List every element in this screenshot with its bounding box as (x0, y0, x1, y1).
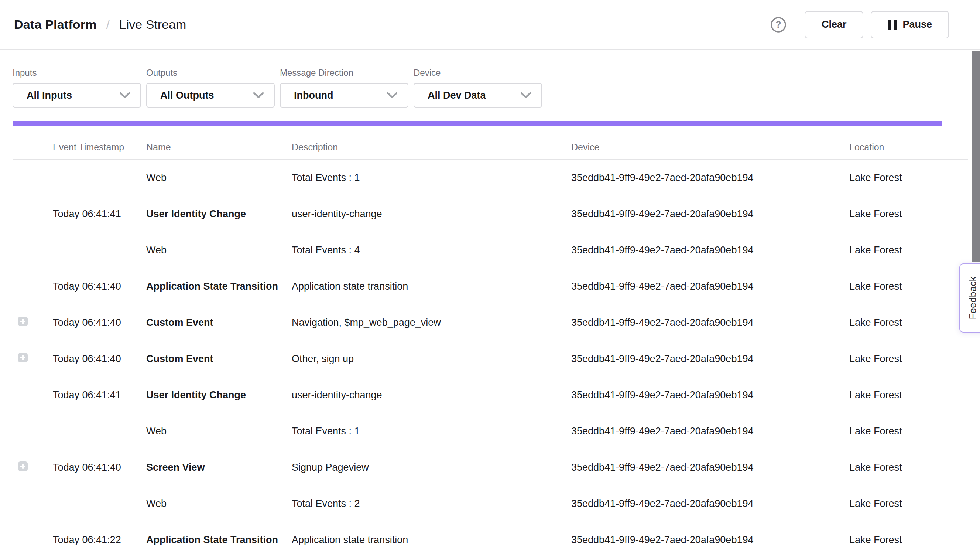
cell-location: Lake Forest (849, 208, 968, 220)
header-description: Description (292, 142, 571, 153)
feedback-tab[interactable]: Feedback (959, 263, 980, 332)
expand-plus-icon[interactable] (18, 461, 28, 471)
pause-button-label: Pause (902, 19, 932, 30)
table-row[interactable]: Today 06:41:40 Custom Event Other, sign … (13, 341, 968, 377)
cell-location: Lake Forest (849, 498, 968, 509)
table-row[interactable]: Today 06:41:40 Application State Transit… (13, 268, 968, 305)
table-row[interactable]: Web Total Events : 4 35eddb41-9ff9-49e2-… (13, 232, 968, 268)
cell-device: 35eddb41-9ff9-49e2-7aed-20afa90eb194 (571, 389, 849, 401)
cell-location: Lake Forest (849, 389, 968, 401)
filter-outputs-label: Outputs (146, 68, 275, 78)
scrollbar-thumb[interactable] (972, 51, 980, 262)
cell-name: Web (146, 426, 292, 437)
cell-location: Lake Forest (849, 353, 968, 365)
cell-name: Screen View (146, 462, 292, 473)
page-title: Live Stream (119, 18, 186, 32)
cell-timestamp: Today 06:41:22 (53, 534, 146, 546)
top-bar-actions: ? Clear Pause (770, 11, 949, 38)
cell-location: Lake Forest (849, 281, 968, 292)
inputs-dropdown-value: All Inputs (27, 90, 72, 101)
cell-description: Total Events : 1 (292, 172, 571, 184)
cell-device: 35eddb41-9ff9-49e2-7aed-20afa90eb194 (571, 172, 849, 184)
clear-button-label: Clear (822, 19, 847, 30)
chevron-down-icon (520, 92, 532, 99)
cell-description: user-identity-change (292, 389, 571, 401)
outputs-dropdown-value: All Outputs (160, 90, 214, 101)
chevron-down-icon (119, 92, 131, 99)
breadcrumb: Data Platform / Live Stream (14, 18, 186, 32)
cell-device: 35eddb41-9ff9-49e2-7aed-20afa90eb194 (571, 462, 849, 473)
cell-device: 35eddb41-9ff9-49e2-7aed-20afa90eb194 (571, 426, 849, 437)
cell-name: Custom Event (146, 353, 292, 365)
cell-name: Web (146, 498, 292, 509)
cell-location: Lake Forest (849, 317, 968, 329)
live-stream-page: Data Platform / Live Stream ? Clear Paus… (0, 0, 980, 549)
help-button[interactable]: ? (770, 16, 787, 33)
table-row[interactable]: Today 06:41:22 Application State Transit… (13, 522, 968, 549)
cell-description: user-identity-change (292, 208, 571, 220)
filter-message-direction-label: Message Direction (280, 68, 408, 78)
cell-device: 35eddb41-9ff9-49e2-7aed-20afa90eb194 (571, 534, 849, 546)
feedback-tab-label: Feedback (967, 276, 978, 319)
clear-button[interactable]: Clear (805, 11, 864, 38)
cell-timestamp: Today 06:41:40 (53, 462, 146, 473)
message-direction-dropdown-value: Inbound (294, 90, 333, 101)
filters-bar: Inputs All Inputs Outputs All Outputs Me… (0, 50, 980, 107)
expand-plus-icon[interactable] (18, 353, 28, 362)
cell-name: User Identity Change (146, 208, 292, 220)
filter-message-direction: Message Direction Inbound (280, 68, 408, 107)
cell-device: 35eddb41-9ff9-49e2-7aed-20afa90eb194 (571, 244, 849, 256)
cell-timestamp: Today 06:41:41 (53, 208, 146, 220)
cell-description: Other, sign up (292, 353, 571, 365)
table-row[interactable]: Web Total Events : 1 35eddb41-9ff9-49e2-… (13, 160, 968, 196)
cell-description: Navigation, $mp_web_page_view (292, 317, 571, 329)
cell-name: Application State Transition (146, 281, 292, 292)
filter-outputs: Outputs All Outputs (146, 68, 275, 107)
cell-timestamp: Today 06:41:41 (53, 389, 146, 401)
cell-name: Application State Transition (146, 534, 292, 546)
cell-description: Total Events : 1 (292, 426, 571, 437)
cell-name: Custom Event (146, 317, 292, 329)
filter-device: Device All Dev Data (414, 68, 542, 107)
cell-location: Lake Forest (849, 244, 968, 256)
cell-name: Web (146, 244, 292, 256)
message-direction-dropdown[interactable]: Inbound (280, 83, 408, 107)
table-row[interactable]: Web Total Events : 2 35eddb41-9ff9-49e2-… (13, 485, 968, 522)
cell-location: Lake Forest (849, 534, 968, 546)
cell-name: Web (146, 172, 292, 184)
cell-timestamp: Today 06:41:40 (53, 317, 146, 329)
outputs-dropdown[interactable]: All Outputs (146, 83, 275, 107)
cell-device: 35eddb41-9ff9-49e2-7aed-20afa90eb194 (571, 498, 849, 509)
stream-progress-track (13, 121, 980, 126)
cell-device: 35eddb41-9ff9-49e2-7aed-20afa90eb194 (571, 353, 849, 365)
table-row[interactable]: Today 06:41:40 Screen View Signup Pagevi… (13, 449, 968, 485)
filter-device-label: Device (414, 68, 542, 78)
cell-description: Total Events : 2 (292, 498, 571, 509)
table-row[interactable]: Today 06:41:41 User Identity Change user… (13, 196, 968, 232)
table-row[interactable]: Today 06:41:41 User Identity Change user… (13, 377, 968, 413)
header-location: Location (849, 142, 968, 153)
cell-description: Signup Pageview (292, 462, 571, 473)
cell-device: 35eddb41-9ff9-49e2-7aed-20afa90eb194 (571, 317, 849, 329)
cell-timestamp: Today 06:41:40 (53, 281, 146, 292)
svg-text:?: ? (775, 19, 781, 30)
pause-icon (888, 19, 897, 30)
device-dropdown-value: All Dev Data (428, 90, 486, 101)
cell-timestamp: Today 06:41:40 (53, 353, 146, 365)
inputs-dropdown[interactable]: All Inputs (13, 83, 141, 107)
device-dropdown[interactable]: All Dev Data (414, 83, 542, 107)
header-device: Device (571, 142, 849, 153)
top-bar: Data Platform / Live Stream ? Clear Paus… (0, 0, 980, 50)
pause-button[interactable]: Pause (871, 11, 949, 38)
cell-description: Application state transition (292, 534, 571, 546)
filter-inputs: Inputs All Inputs (13, 68, 141, 107)
expand-plus-icon[interactable] (18, 317, 28, 326)
table-row[interactable]: Web Total Events : 1 35eddb41-9ff9-49e2-… (13, 413, 968, 449)
table-header: Event Timestamp Name Description Device … (13, 126, 968, 160)
chevron-down-icon (253, 92, 264, 99)
stream-progress-bar (13, 121, 942, 126)
breadcrumb-section[interactable]: Data Platform (14, 18, 97, 32)
table-row[interactable]: Today 06:41:40 Custom Event Navigation, … (13, 305, 968, 341)
header-event-timestamp: Event Timestamp (53, 142, 146, 153)
cell-name: User Identity Change (146, 389, 292, 401)
